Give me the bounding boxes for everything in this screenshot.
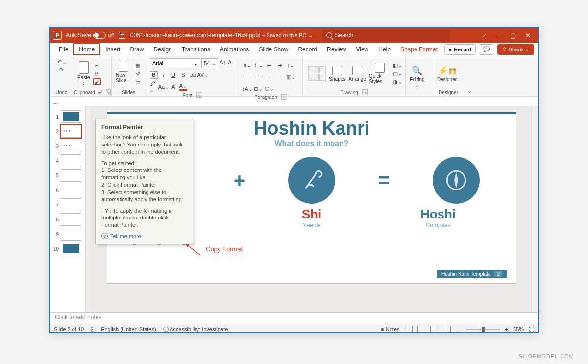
- quick-styles-button[interactable]: Quick Styles: [369, 63, 391, 84]
- copy-icon[interactable]: ⎘: [93, 70, 101, 77]
- dialog-launcher-icon[interactable]: ↘: [281, 94, 287, 100]
- thumbnail-9[interactable]: [61, 228, 81, 241]
- tab-view[interactable]: View: [351, 43, 373, 56]
- shape-fill-icon[interactable]: ◧⌄: [393, 62, 401, 69]
- thumbnail-5[interactable]: [61, 169, 81, 182]
- justify-icon[interactable]: ≡: [275, 73, 284, 80]
- bullets-icon[interactable]: ≡⌄: [243, 62, 252, 69]
- save-icon[interactable]: [119, 32, 125, 39]
- thumbnail-scrollbar[interactable]: [85, 106, 92, 312]
- layout-icon[interactable]: ▦: [134, 62, 142, 69]
- thumbnail-6[interactable]: [61, 184, 81, 196]
- ribbon-mode-icon[interactable]: ⟋: [476, 28, 491, 43]
- tab-review[interactable]: Review: [322, 43, 351, 56]
- collapse-ribbon-icon[interactable]: ⌄: [464, 56, 475, 96]
- case-button[interactable]: Aa⌄: [160, 83, 168, 91]
- indent-dec-icon[interactable]: ⇤: [265, 62, 273, 69]
- accessibility-status[interactable]: ⓘ Accessibility: Investigate: [163, 326, 228, 333]
- indent-inc-icon[interactable]: ⇥: [275, 62, 284, 69]
- comments-button[interactable]: 💬: [479, 44, 494, 55]
- zoom-in-button[interactable]: +: [505, 326, 508, 332]
- smartart-icon[interactable]: ⬡⌄: [265, 85, 273, 92]
- zoom-slider[interactable]: [466, 329, 500, 330]
- spacing-button[interactable]: AV⌄: [199, 71, 207, 79]
- tab-design[interactable]: Design: [148, 43, 176, 56]
- thumbnail-1[interactable]: [61, 110, 81, 123]
- toggle-icon[interactable]: [93, 32, 106, 39]
- tab-transitions[interactable]: Transitions: [177, 43, 215, 56]
- dialog-launcher-icon[interactable]: ↘: [106, 89, 111, 95]
- autosave-toggle[interactable]: AutoSave Off: [66, 32, 114, 39]
- align-text-icon[interactable]: ⊟⌄: [254, 85, 263, 92]
- normal-view-icon[interactable]: [405, 326, 413, 333]
- font-size-select[interactable]: 54⌄: [201, 58, 218, 68]
- text-direction-icon[interactable]: ↕A⌄: [243, 85, 252, 92]
- paste-button[interactable]: Paste⌄: [77, 61, 90, 86]
- circle-compass-icon[interactable]: [433, 157, 480, 204]
- section-icon[interactable]: ▭: [134, 79, 142, 86]
- clear-format-button[interactable]: A̸: [170, 83, 177, 91]
- tab-record[interactable]: Record: [293, 43, 322, 56]
- canvas-scrollbar[interactable]: [531, 106, 538, 312]
- tab-insert[interactable]: Insert: [100, 43, 125, 56]
- language-status[interactable]: English (United States): [101, 326, 156, 332]
- italic-button[interactable]: I: [160, 71, 168, 79]
- cut-icon[interactable]: ✂: [93, 62, 101, 69]
- bold-button[interactable]: B: [150, 71, 158, 79]
- thumbnail-4[interactable]: [61, 154, 81, 167]
- thumbnail-8[interactable]: [61, 213, 81, 226]
- thumbnail-2[interactable]: [61, 125, 81, 138]
- thumbnail-10[interactable]: [61, 243, 81, 255]
- search-input[interactable]: Search: [322, 30, 450, 41]
- label-hoshi[interactable]: Hoshi: [409, 207, 467, 222]
- align-center-icon[interactable]: ≡: [254, 73, 263, 80]
- decrease-font-icon[interactable]: A↓: [227, 58, 235, 66]
- undo-icon[interactable]: ↶⌄: [58, 58, 66, 65]
- spellcheck-icon[interactable]: ⎘: [91, 326, 94, 332]
- reading-view-icon[interactable]: [430, 326, 438, 333]
- qat-customize-icon[interactable]: ⎯⌄: [54, 98, 60, 104]
- tab-draw[interactable]: Draw: [125, 43, 148, 56]
- share-button[interactable]: ⇧ Share ⌄: [497, 44, 534, 55]
- underline-button[interactable]: U: [170, 71, 177, 79]
- columns-icon[interactable]: ▥⌄: [286, 73, 295, 80]
- font-name-select[interactable]: Arial⌄: [150, 58, 200, 68]
- tab-help[interactable]: Help: [373, 43, 395, 56]
- editing-button[interactable]: 🔍Editing⌄: [410, 65, 425, 88]
- tab-slideshow[interactable]: Slide Show: [254, 43, 293, 56]
- numbering-icon[interactable]: ⒈⌄: [254, 62, 263, 69]
- redo-icon[interactable]: ↷: [58, 66, 66, 73]
- notes-toggle[interactable]: ≡ Notes: [381, 326, 399, 332]
- arrange-button[interactable]: Arrange: [348, 66, 366, 82]
- zoom-level[interactable]: 55%: [513, 326, 524, 332]
- shape-outline-icon[interactable]: ▢⌄: [393, 70, 401, 77]
- zoom-out-button[interactable]: —: [456, 326, 461, 332]
- record-button[interactable]: ● Record: [444, 44, 476, 55]
- thumbnail-7[interactable]: [61, 198, 81, 211]
- shapes-button[interactable]: Shapes: [329, 66, 345, 82]
- dialog-launcher-icon[interactable]: ↘: [362, 89, 368, 95]
- shape-effects-icon[interactable]: ◑⌄: [393, 78, 401, 85]
- align-left-icon[interactable]: ≡: [243, 73, 252, 80]
- tab-animations[interactable]: Animations: [215, 43, 254, 56]
- label-shi-sub[interactable]: Needle: [282, 222, 341, 229]
- minimize-button[interactable]: —: [491, 28, 506, 43]
- slideshow-view-icon[interactable]: [443, 326, 451, 333]
- tab-file[interactable]: File: [54, 43, 73, 56]
- line-spacing-icon[interactable]: ↕⌄: [286, 62, 295, 69]
- tab-home[interactable]: Home: [73, 43, 100, 55]
- save-status[interactable]: • Saved to this PC ⌄: [263, 32, 313, 39]
- designer-button[interactable]: ⚡▦Designer: [437, 65, 457, 82]
- circle-needle-icon[interactable]: [288, 157, 335, 204]
- slide-counter[interactable]: Slide 2 of 10: [54, 326, 84, 332]
- sorter-view-icon[interactable]: [417, 326, 425, 333]
- increase-font-icon[interactable]: A↑: [219, 58, 226, 66]
- shapes-gallery[interactable]: [307, 65, 326, 82]
- thumbnail-3[interactable]: [61, 140, 81, 152]
- reset-icon[interactable]: ↺: [134, 71, 142, 77]
- format-painter-button[interactable]: 🖌: [93, 78, 101, 85]
- font-color-button[interactable]: A⌄: [179, 83, 187, 91]
- maximize-button[interactable]: ▢: [506, 28, 520, 43]
- notes-pane[interactable]: Click to add notes: [50, 312, 538, 324]
- new-slide-button[interactable]: New Slide⌄: [116, 59, 131, 89]
